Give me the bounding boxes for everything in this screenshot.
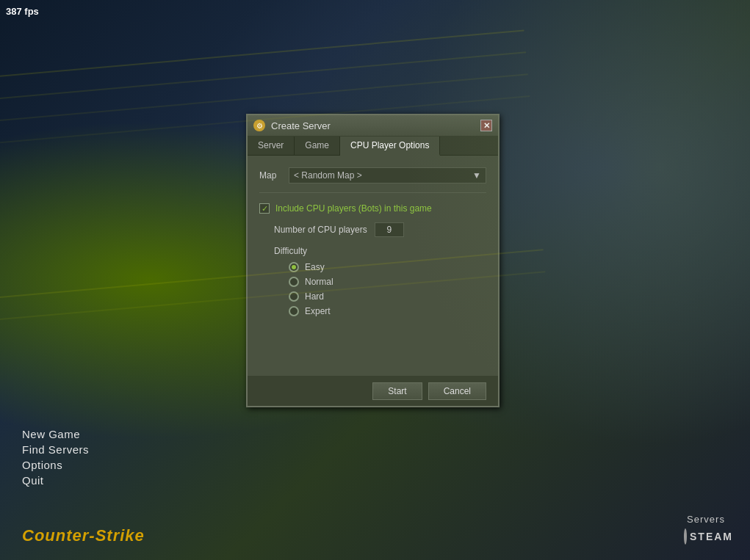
radio-hard-label: Hard xyxy=(305,291,324,302)
radio-easy-btn[interactable] xyxy=(289,262,299,272)
steam-label: Servers xyxy=(687,514,725,525)
steam-name: STEAM xyxy=(690,531,733,542)
cancel-button[interactable]: Cancel xyxy=(428,382,486,400)
dialog-footer: Start Cancel xyxy=(248,376,498,406)
radio-hard[interactable]: Hard xyxy=(289,291,486,302)
radio-hard-btn[interactable] xyxy=(289,291,299,302)
cpu-count-label: Number of CPU players xyxy=(274,225,367,235)
radio-normal-label: Normal xyxy=(305,277,333,287)
dialog-title: Create Server xyxy=(271,120,475,131)
difficulty-radio-group: Easy Normal Hard Expert xyxy=(259,262,486,316)
radio-expert[interactable]: Expert xyxy=(289,306,486,316)
include-bots-label: Include CPU players (Bots) in this game xyxy=(275,203,432,214)
close-button[interactable]: ✕ xyxy=(480,120,492,131)
steam-icon xyxy=(684,528,687,545)
steam-logo: STEAM xyxy=(684,528,728,545)
menu-item-quit[interactable]: Quit xyxy=(22,474,89,487)
map-dropdown[interactable]: < Random Map > ▼ xyxy=(289,167,486,183)
tab-server[interactable]: Server xyxy=(248,137,295,155)
include-bots-checkbox[interactable] xyxy=(259,203,270,214)
difficulty-label: Difficulty xyxy=(259,246,486,256)
steam-area: Servers STEAM xyxy=(684,514,728,545)
radio-expert-btn[interactable] xyxy=(289,306,299,316)
start-button[interactable]: Start xyxy=(372,382,422,400)
menu-item-new-game[interactable]: New Game xyxy=(22,428,89,440)
main-menu: New Game Find Servers Options Quit xyxy=(22,428,89,487)
menu-item-options[interactable]: Options xyxy=(22,459,89,471)
cpu-count-row: Number of CPU players xyxy=(259,222,486,237)
fps-counter: 387 fps xyxy=(6,6,39,17)
dialog-content: Map < Random Map > ▼ Include CPU players… xyxy=(248,156,498,376)
radio-expert-label: Expert xyxy=(305,306,331,316)
map-value: < Random Map > xyxy=(294,170,362,181)
radio-normal[interactable]: Normal xyxy=(289,277,486,287)
radio-normal-btn[interactable] xyxy=(289,277,299,287)
dropdown-arrow: ▼ xyxy=(472,170,481,181)
tab-cpu-player-options[interactable]: CPU Player Options xyxy=(340,137,440,156)
radio-easy-label: Easy xyxy=(305,262,325,272)
cs-logo: Counter-Strike xyxy=(22,526,145,545)
tab-game[interactable]: Game xyxy=(295,137,340,155)
cpu-count-input[interactable] xyxy=(375,222,404,237)
menu-item-find-servers[interactable]: Find Servers xyxy=(22,443,89,456)
radio-easy[interactable]: Easy xyxy=(289,262,486,272)
map-row: Map < Random Map > ▼ xyxy=(259,167,486,193)
map-label: Map xyxy=(259,170,281,181)
create-server-dialog: Create Server ✕ Server Game CPU Player O… xyxy=(246,114,500,407)
include-bots-row[interactable]: Include CPU players (Bots) in this game xyxy=(259,203,486,214)
dialog-titlebar: Create Server ✕ xyxy=(248,115,498,137)
dialog-tabs: Server Game CPU Player Options xyxy=(248,137,498,156)
dialog-icon xyxy=(253,120,265,131)
